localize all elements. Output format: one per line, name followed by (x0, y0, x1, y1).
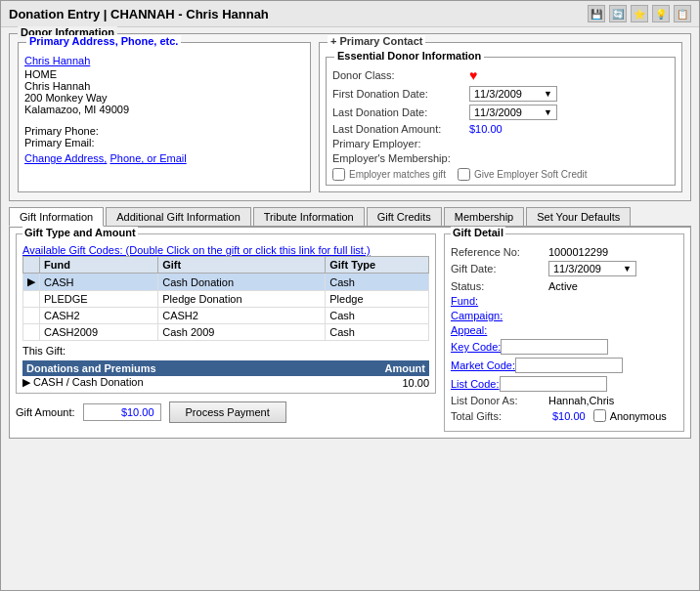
gift-footer: Gift Amount: Process Payment (16, 401, 436, 423)
total-gifts-row: Total Gifts: $10.00 Anonymous (451, 409, 678, 422)
first-donation-date-input[interactable]: 11/3/2009 ▼ (469, 86, 557, 102)
star-icon[interactable]: ⭐ (631, 5, 648, 22)
gift-type-box-label: Gift Type and Amount (22, 227, 138, 238)
this-gift-row: This Gift: (22, 345, 429, 357)
fund-cell: CASH2009 (40, 324, 158, 341)
employer-matches-checkbox[interactable] (332, 168, 345, 181)
tab-gift-credits[interactable]: Gift Credits (367, 207, 442, 226)
gift-date-value: 11/3/2009 (553, 263, 601, 274)
donor-class-row: Donor Class: ♥ (332, 67, 669, 83)
tab-set-your-defaults[interactable]: Set Your Defaults (526, 207, 631, 226)
tab-membership[interactable]: Membership (444, 207, 525, 226)
last-donation-label: Last Donation Date: (332, 106, 469, 118)
employers-membership-label: Employer's Membership: (332, 152, 469, 164)
market-code-input[interactable] (515, 358, 623, 373)
floppy-icon[interactable]: 📋 (674, 5, 691, 22)
tabs-area: Gift Information Additional Gift Informa… (9, 207, 691, 439)
key-code-link[interactable]: Key Code: (451, 341, 501, 353)
gift-main: Gift Type and Amount Available Gift Code… (16, 233, 684, 432)
table-row[interactable]: CASH2 CASH2 Cash (23, 308, 429, 324)
last-donation-row: Last Donation Date: 11/3/2009 ▼ (332, 105, 669, 120)
table-row[interactable]: ▶ CASH Cash Donation Cash (23, 274, 429, 291)
tab-gift-information-label: Gift Information (20, 211, 93, 223)
first-donation-date-value: 11/3/2009 (474, 88, 522, 100)
gift-date-arrow-icon: ▼ (623, 264, 632, 274)
fund-cell: CASH2 (40, 308, 158, 324)
main-content: Donor Information Primary Address, Phone… (1, 27, 699, 444)
address-type: HOME (24, 68, 304, 80)
primary-email-label: Primary Email: (24, 137, 95, 148)
primary-phone: Primary Phone: (24, 125, 304, 137)
employer-matches-label: Employer matches gift (349, 169, 446, 180)
reference-value: 1000012299 (548, 246, 608, 258)
main-window: Donation Entry | CHANNAH - Chris Hannah … (0, 0, 700, 591)
primary-address-box: Primary Address, Phone, etc. Chris Hanna… (18, 42, 311, 192)
market-code-link[interactable]: Market Code: (451, 359, 515, 371)
tab-gift-information[interactable]: Gift Information (9, 207, 104, 227)
gift-cell: Cash Donation (158, 274, 326, 291)
available-gift-codes-link[interactable]: Available Gift Codes: (Double Click on t… (22, 244, 371, 256)
primary-address-label: Primary Address, Phone, etc. (26, 35, 181, 47)
donor-info-section: Donor Information Primary Address, Phone… (9, 33, 691, 201)
refresh-icon[interactable]: 🔄 (609, 5, 627, 22)
gift-right: Gift Detail Reference No: 1000012299 Gif… (444, 233, 684, 432)
address-city-state: Kalamazoo, MI 49009 (24, 104, 304, 115)
table-row[interactable]: CASH2009 Cash 2009 Cash (23, 324, 429, 341)
tabs: Gift Information Additional Gift Informa… (9, 207, 691, 227)
table-row[interactable]: PLEDGE Pledge Donation Pledge (23, 291, 429, 308)
gift-header: Gift (158, 257, 326, 274)
list-code-input[interactable] (500, 376, 607, 392)
primary-contact-label: + Primary Contact (328, 35, 425, 47)
key-code-input[interactable] (501, 339, 608, 355)
donation-row[interactable]: ▶ CASH / Cash Donation 10.00 (22, 376, 429, 389)
employer-checkboxes: Employer matches gift Give Employer Soft… (332, 168, 669, 181)
fund-link[interactable]: Fund: (451, 295, 478, 307)
toolbar-icons: 💾 🔄 ⭐ 💡 📋 (588, 5, 691, 22)
list-donor-label: List Donor As: (451, 395, 548, 406)
tab-tribute-information[interactable]: Tribute Information (253, 207, 365, 226)
gift-amount-input[interactable] (83, 403, 161, 421)
phone-or-email-link[interactable]: Phone, or Email (109, 152, 186, 164)
fund-table: Fund Gift Gift Type ▶ CASH C (22, 256, 429, 341)
gift-left: Gift Type and Amount Available Gift Code… (16, 233, 436, 432)
gift-content: Gift Type and Amount Available Gift Code… (9, 227, 691, 439)
gift-date-input[interactable]: 11/3/2009 ▼ (548, 261, 636, 276)
primary-email: Primary Email: (24, 137, 304, 148)
anonymous-label: Anonymous (610, 410, 667, 422)
bulb-icon[interactable]: 💡 (652, 5, 670, 22)
list-code-link[interactable]: List Code: (451, 378, 500, 390)
gift-cell: Cash 2009 (158, 324, 326, 341)
gift-amount-label: Gift Amount: (16, 406, 75, 418)
status-label: Status: (451, 280, 548, 292)
save-icon[interactable]: 💾 (588, 5, 605, 22)
total-gifts-value: $10.00 (552, 410, 586, 422)
tab-additional-gift-information[interactable]: Additional Gift Information (106, 207, 251, 226)
donation-name: CASH / Cash Donation (33, 376, 144, 388)
gift-cell: Pledge Donation (158, 291, 326, 308)
donations-table: Donations and Premiums Amount ▶ CASH / C… (22, 360, 429, 389)
change-address-link[interactable]: Change Address, (24, 152, 107, 164)
fund-cell: CASH (40, 274, 158, 291)
last-donation-date-input[interactable]: 11/3/2009 ▼ (469, 105, 557, 120)
gift-date-label: Gift Date: (451, 263, 548, 274)
address-street: 200 Monkey Way (24, 92, 304, 104)
essential-box: Essential Donor Information Donor Class:… (326, 57, 676, 186)
arrow-cell (23, 291, 40, 308)
type-cell: Cash (326, 308, 429, 324)
last-donation-amount-label: Last Donation Amount: (332, 123, 469, 135)
campaign-link[interactable]: Campaign: (451, 310, 503, 321)
key-code-row: Key Code: (451, 339, 678, 355)
tab-defaults-label: Set Your Defaults (537, 211, 620, 223)
appeal-link[interactable]: Appeal: (451, 324, 487, 336)
fund-header: Fund (40, 257, 158, 274)
process-payment-button[interactable]: Process Payment (169, 401, 286, 423)
fund-cell: PLEDGE (40, 291, 158, 308)
list-donor-row: List Donor As: Hannah,Chris (451, 395, 678, 406)
donor-row: Primary Address, Phone, etc. Chris Hanna… (18, 42, 682, 192)
donor-name-link[interactable]: Chris Hannah (24, 55, 90, 66)
first-donation-row: First Donation Date: 11/3/2009 ▼ (332, 86, 669, 102)
primary-phone-label: Primary Phone: (24, 125, 99, 137)
give-employer-checkbox[interactable] (458, 168, 470, 181)
anonymous-checkbox[interactable] (593, 409, 606, 422)
list-code-row: List Code: (451, 376, 678, 392)
